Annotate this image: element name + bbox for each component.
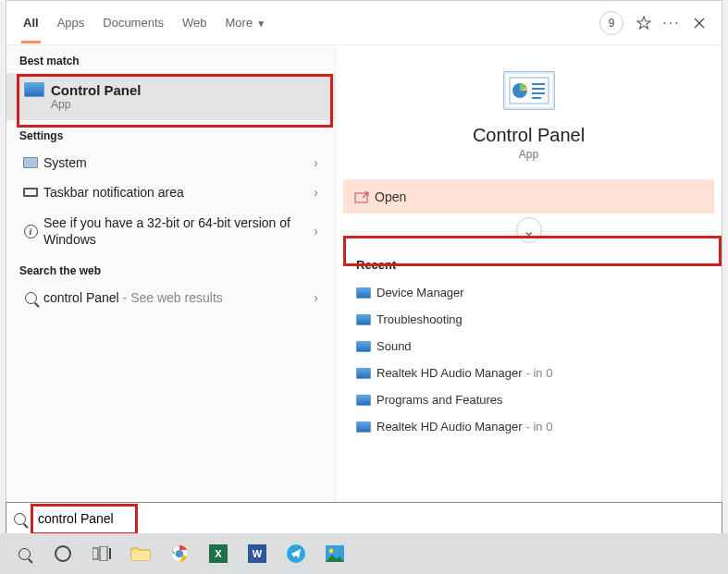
search-window: All Apps Documents Web More▼ 9 ··· Best … — [6, 0, 722, 535]
taskbar-chrome[interactable] — [161, 535, 198, 572]
taskbar: X W — [0, 533, 728, 574]
recent-realtek-1[interactable]: Realtek HD Audio Manager - in 0 — [336, 360, 722, 386]
section-recent: Recent — [336, 252, 722, 279]
taskbar-telegram[interactable] — [278, 535, 315, 572]
preview-sub: App — [519, 148, 538, 161]
result-sub: App — [51, 98, 324, 111]
taskbar-file-explorer[interactable] — [122, 535, 159, 572]
svg-point-14 — [329, 549, 334, 554]
tab-bar: All Apps Documents Web More▼ 9 ··· — [6, 1, 722, 45]
control-panel-large-icon — [503, 71, 555, 110]
search-bar[interactable] — [6, 502, 722, 535]
section-best-match: Best match — [6, 45, 335, 73]
results-pane: Best match Control Panel App Settings Sy… — [6, 45, 336, 534]
control-panel-icon — [356, 368, 371, 379]
more-options-icon[interactable]: ··· — [664, 16, 679, 31]
search-input[interactable] — [32, 507, 714, 530]
taskbar-word[interactable]: W — [239, 535, 276, 572]
taskbar-taskview-button[interactable] — [83, 535, 120, 572]
result-web-search[interactable]: control Panel - See web results › — [6, 283, 335, 312]
result-32-64-bit[interactable]: i See if you have a 32-bit or 64-bit ver… — [6, 207, 335, 255]
recent-troubleshooting[interactable]: Troubleshooting — [336, 306, 722, 333]
close-icon[interactable] — [692, 16, 707, 31]
tab-documents[interactable]: Documents — [93, 3, 173, 43]
result-title: System — [43, 155, 308, 170]
svg-rect-7 — [93, 548, 98, 559]
action-label: Open — [375, 189, 406, 204]
recent-sound[interactable]: Sound — [336, 333, 722, 360]
chevron-right-icon: › — [308, 224, 324, 238]
chevron-right-icon: › — [308, 155, 324, 170]
result-title: control Panel - See web results — [43, 290, 308, 305]
preview-pane: Control Panel App Open ⌄ Recent Device M… — [336, 45, 722, 534]
svg-rect-9 — [109, 548, 111, 559]
result-title: See if you have a 32-bit or 64-bit versi… — [43, 214, 308, 248]
tab-all[interactable]: All — [14, 3, 48, 43]
tab-more[interactable]: More▼ — [216, 3, 276, 43]
chevron-down-icon: ▼ — [256, 18, 265, 29]
svg-rect-8 — [100, 546, 107, 561]
tab-web[interactable]: Web — [173, 3, 216, 43]
control-panel-icon — [356, 341, 371, 352]
svg-rect-4 — [532, 92, 545, 94]
svg-rect-3 — [532, 88, 545, 90]
display-icon — [23, 157, 38, 168]
action-open[interactable]: Open — [343, 180, 714, 214]
result-control-panel[interactable]: Control Panel App — [6, 73, 335, 120]
preview-title: Control Panel — [473, 125, 585, 146]
section-search-web: Search the web — [6, 255, 335, 283]
chevron-right-icon: › — [308, 290, 324, 305]
result-title: Taskbar notification area — [43, 185, 308, 200]
result-taskbar-notification[interactable]: Taskbar notification area › — [6, 177, 335, 207]
reward-badge[interactable]: 9 — [599, 11, 623, 35]
tab-apps[interactable]: Apps — [48, 3, 94, 43]
recent-device-manager[interactable]: Device Manager — [336, 279, 722, 306]
section-settings: Settings — [6, 120, 335, 148]
svg-rect-2 — [532, 83, 545, 85]
control-panel-icon — [356, 421, 371, 433]
recent-programs-features[interactable]: Programs and Features — [336, 386, 722, 413]
svg-rect-10 — [131, 551, 150, 560]
control-panel-icon — [24, 82, 44, 97]
expand-button[interactable]: ⌄ — [516, 217, 542, 243]
control-panel-icon — [356, 287, 371, 299]
result-system[interactable]: System › — [6, 148, 335, 177]
recent-realtek-2[interactable]: Realtek HD Audio Manager - in 0 — [336, 413, 722, 440]
feedback-icon[interactable] — [636, 16, 651, 31]
control-panel-icon — [356, 395, 371, 406]
taskbar-photos[interactable] — [316, 535, 353, 572]
taskbar-search-button[interactable] — [6, 535, 43, 572]
open-icon — [354, 190, 375, 203]
control-panel-icon — [356, 314, 371, 325]
result-title: Control Panel — [51, 82, 324, 98]
search-icon — [14, 513, 32, 525]
svg-rect-5 — [532, 97, 541, 99]
taskbar-cortana-button[interactable] — [44, 535, 81, 572]
chevron-right-icon: › — [308, 185, 324, 200]
info-icon: i — [24, 225, 38, 238]
search-icon — [25, 292, 37, 304]
taskbar-icon — [23, 188, 38, 197]
taskbar-excel[interactable]: X — [200, 535, 237, 572]
